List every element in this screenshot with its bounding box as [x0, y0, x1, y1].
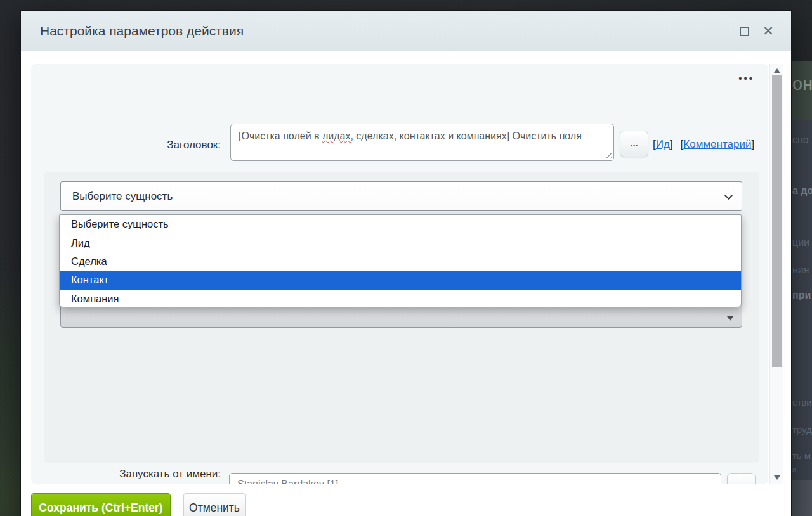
option-company[interactable]: Компания — [60, 290, 741, 307]
dialog-titlebar: Настройка параметров действия ✕ — [21, 11, 791, 51]
scrollbar-thumb[interactable] — [772, 75, 782, 367]
scroll-down-icon — [774, 475, 780, 480]
dialog-title: Настройка параметров действия — [40, 23, 244, 39]
chevron-down-icon — [724, 191, 733, 200]
scroll-up-button[interactable] — [770, 65, 784, 75]
form-scroll-panel: ••• Заголовок: [Очистка полей в лидах, с… — [31, 64, 768, 484]
resize-handle-icon[interactable] — [605, 152, 612, 158]
background-footer-band — [790, 480, 812, 516]
run-as-input[interactable]: Stanislav Bardakov [1] — [229, 473, 721, 484]
dialog-scrollbar[interactable] — [769, 64, 783, 484]
background-partial-text: ния — [792, 264, 809, 276]
background-page-edge: она спо а до ции ния при стви труд ть м … — [790, 0, 812, 516]
background-partial-text: а до — [792, 185, 812, 197]
background-partial-text: она — [792, 74, 812, 94]
option-select-entity[interactable]: Выберите сущность — [60, 215, 741, 233]
entity-fieldset: Выберите сущность Выберите сущность Лид … — [44, 172, 759, 463]
maximize-button[interactable] — [737, 23, 752, 39]
id-link-bracket: ] — [670, 138, 673, 150]
background-partial-text: при — [792, 290, 811, 301]
option-contact[interactable]: Контакт — [60, 271, 741, 289]
entity-select[interactable]: Выберите сущность — [60, 181, 742, 211]
title-links: [Ид][Комментарий] — [653, 138, 754, 151]
id-link[interactable]: Ид — [656, 138, 670, 150]
run-as-label: Запускать от имени: — [82, 468, 221, 481]
run-as-more-button[interactable]: ... — [727, 473, 756, 484]
entity-select-value: Выберите сущность — [72, 190, 173, 203]
background-partial-text: стви — [792, 397, 812, 408]
background-partial-text: спо — [792, 134, 809, 146]
title-text-misspelled: лидах, — [322, 131, 353, 141]
dropdown-arrow-icon — [727, 316, 733, 321]
title-more-button[interactable]: ... — [620, 131, 648, 157]
option-lead[interactable]: Лид — [60, 233, 741, 252]
background-partial-text: и — [792, 467, 796, 474]
background-partial-text: труд — [792, 424, 812, 435]
scroll-up-icon — [774, 68, 780, 73]
title-text-before: [Очистка полей в — [239, 131, 322, 141]
close-icon: ✕ — [763, 23, 774, 39]
form-header: ••• — [31, 64, 768, 94]
title-textarea[interactable]: [Очистка полей в лидах, сделках, контакт… — [230, 124, 614, 161]
maximize-icon — [740, 27, 749, 36]
scroll-down-button[interactable] — [770, 472, 784, 482]
comment-link[interactable]: Комментарий — [683, 138, 751, 150]
action-settings-dialog: Настройка параметров действия ✕ ••• Заго… — [20, 10, 792, 516]
title-text-after: сделках, контактах и компаниях] Очистить… — [353, 131, 582, 141]
option-deal[interactable]: Сделка — [60, 252, 741, 271]
close-button[interactable]: ✕ — [761, 23, 776, 39]
background-partial-text: ции — [792, 237, 809, 248]
title-field-label: Заголовок: — [82, 139, 221, 152]
comment-link-bracket: ] — [751, 138, 754, 150]
ellipsis-menu-button[interactable]: ••• — [738, 73, 754, 84]
cancel-button[interactable]: Отменить — [183, 493, 246, 516]
background-partial-text: ть м — [792, 450, 811, 461]
save-button[interactable]: Сохранить (Ctrl+Enter) — [31, 493, 171, 516]
ellipsis-icon: ••• — [738, 73, 754, 84]
entity-dropdown-list: Выберите сущность Лид Сделка Контакт Ком… — [59, 214, 742, 307]
